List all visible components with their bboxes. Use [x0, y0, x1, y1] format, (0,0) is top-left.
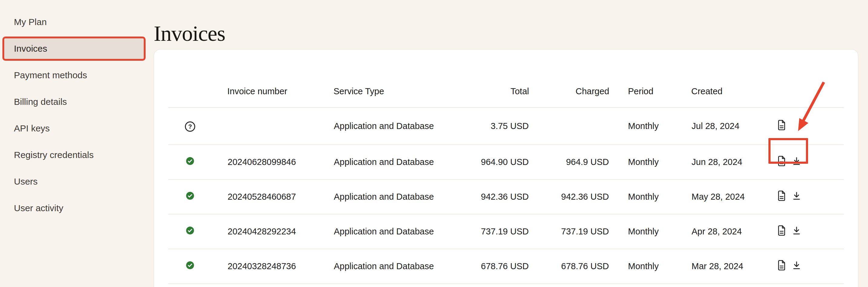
- charged-cell: 678.76 USD: [529, 249, 609, 284]
- row-actions: [777, 156, 801, 166]
- created-cell: Feb 28, 2024: [691, 284, 763, 287]
- sidebar-item-label: API keys: [14, 123, 50, 134]
- sidebar-item-label: Invoices: [14, 43, 47, 54]
- actions-cell: [763, 145, 844, 179]
- charged-cell: 942.36 USD: [529, 179, 609, 214]
- status-cell: [168, 284, 227, 287]
- actions-column-header: [763, 49, 844, 108]
- total-cell: 737.19 USD: [470, 214, 529, 249]
- period-cell: Monthly: [609, 284, 691, 287]
- sidebar-item-api-keys[interactable]: API keys: [2, 116, 146, 141]
- status-cell: [168, 214, 227, 249]
- sidebar-item-invoices[interactable]: Invoices: [2, 37, 146, 61]
- invoice-number-cell: 20240228010403: [227, 284, 334, 287]
- created-cell: Apr 28, 2024: [691, 214, 763, 249]
- document-icon[interactable]: [777, 120, 786, 130]
- row-actions: [777, 225, 801, 236]
- download-icon[interactable]: [792, 226, 801, 235]
- period-cell: Monthly: [609, 214, 691, 249]
- actions-cell: [763, 108, 844, 145]
- billing-sidebar: My PlanInvoicesPayment methodsBilling de…: [0, 0, 153, 287]
- invoice-row: 20240328248736Application and Database67…: [168, 249, 844, 284]
- period-cell: Monthly: [609, 108, 691, 145]
- row-actions: [777, 191, 801, 201]
- created-cell: May 28, 2024: [691, 179, 763, 214]
- created-cell: Mar 28, 2024: [691, 249, 763, 284]
- page-title: Invoices: [154, 22, 225, 46]
- download-icon[interactable]: [792, 261, 801, 270]
- period-column-header: Period: [609, 49, 691, 108]
- total-cell: 942.36 USD: [470, 179, 529, 214]
- charged-cell: 964.9 USD: [529, 145, 609, 179]
- document-icon[interactable]: [777, 260, 786, 271]
- document-icon[interactable]: [777, 156, 786, 166]
- sidebar-item-label: Billing details: [14, 97, 67, 107]
- service-type-cell: Application and Database: [334, 284, 470, 287]
- document-icon[interactable]: [777, 191, 786, 201]
- status-column-header: [168, 49, 227, 108]
- actions-cell: [763, 214, 844, 249]
- invoices-card: Invoice number Service Type Total Charge…: [154, 49, 858, 287]
- total-cell: 964.90 USD: [470, 145, 529, 179]
- sidebar-item-label: User activity: [14, 203, 63, 213]
- invoice-number-cell: 20240428292234: [227, 214, 334, 249]
- service-type-cell: Application and Database: [334, 249, 470, 284]
- row-actions: [777, 260, 801, 271]
- actions-cell: [763, 179, 844, 214]
- period-cell: Monthly: [609, 249, 691, 284]
- created-cell: Jul 28, 2024: [691, 108, 763, 145]
- service-type-column-header: Service Type: [334, 49, 470, 108]
- period-cell: Monthly: [609, 145, 691, 179]
- sidebar-item-user-activity[interactable]: User activity: [2, 196, 146, 220]
- charged-cell: 737.19 USD: [529, 214, 609, 249]
- created-column-header: Created: [691, 49, 763, 108]
- status-cell: [168, 179, 227, 214]
- table-header-row: Invoice number Service Type Total Charge…: [168, 49, 844, 108]
- status-cell: [168, 249, 227, 284]
- service-type-cell: Application and Database: [334, 108, 470, 145]
- actions-cell: [763, 249, 844, 284]
- status-cell: ?: [168, 108, 227, 145]
- row-actions: [777, 120, 786, 130]
- sidebar-item-registry-credentials[interactable]: Registry credentials: [2, 143, 146, 167]
- check-circle-icon: [186, 226, 194, 235]
- total-cell: 3.75 USD: [470, 108, 529, 145]
- invoice-number-cell: [227, 108, 334, 145]
- sidebar-item-payment-methods[interactable]: Payment methods: [2, 63, 146, 87]
- charged-column-header: Charged: [529, 49, 609, 108]
- service-type-cell: Application and Database: [334, 214, 470, 249]
- sidebar-item-label: Payment methods: [14, 70, 87, 80]
- invoice-number-cell: 20240628099846: [227, 145, 334, 179]
- invoice-row: ?Application and Database3.75 USDMonthly…: [168, 108, 844, 145]
- check-circle-icon: [186, 261, 194, 269]
- charged-cell: [529, 108, 609, 145]
- invoice-number-column-header: Invoice number: [227, 49, 334, 108]
- sidebar-item-users[interactable]: Users: [2, 170, 146, 194]
- check-circle-icon: [186, 157, 194, 165]
- invoice-table: Invoice number Service Type Total Charge…: [168, 49, 844, 287]
- total-column-header: Total: [470, 49, 529, 108]
- sidebar-item-label: My Plan: [14, 17, 46, 27]
- invoice-row: 20240628099846Application and Database96…: [168, 145, 844, 179]
- document-icon[interactable]: [777, 225, 786, 236]
- service-type-cell: Application and Database: [334, 145, 470, 179]
- sidebar-item-billing-details[interactable]: Billing details: [2, 90, 146, 114]
- invoice-number-cell: 20240528460687: [227, 179, 334, 214]
- total-cell: 678.76 USD: [470, 249, 529, 284]
- invoice-row: 20240228010403Application and Database99…: [168, 284, 844, 287]
- question-mark-circle-icon[interactable]: ?: [185, 121, 195, 132]
- invoice-row: 20240428292234Application and Database73…: [168, 214, 844, 249]
- sidebar-item-label: Users: [14, 176, 37, 187]
- sidebar-item-label: Registry credentials: [14, 150, 94, 160]
- download-icon[interactable]: [792, 156, 801, 166]
- invoice-row: 20240528460687Application and Database94…: [168, 179, 844, 214]
- check-circle-icon: [186, 192, 194, 200]
- created-cell: Jun 28, 2024: [691, 145, 763, 179]
- charged-cell: 991.04 USD: [529, 284, 609, 287]
- service-type-cell: Application and Database: [334, 179, 470, 214]
- sidebar-item-my-plan[interactable]: My Plan: [2, 10, 146, 34]
- download-icon[interactable]: [792, 191, 801, 200]
- actions-cell: [763, 284, 844, 287]
- sidebar-items: My PlanInvoicesPayment methodsBilling de…: [0, 10, 153, 220]
- invoice-number-cell: 20240328248736: [227, 249, 334, 284]
